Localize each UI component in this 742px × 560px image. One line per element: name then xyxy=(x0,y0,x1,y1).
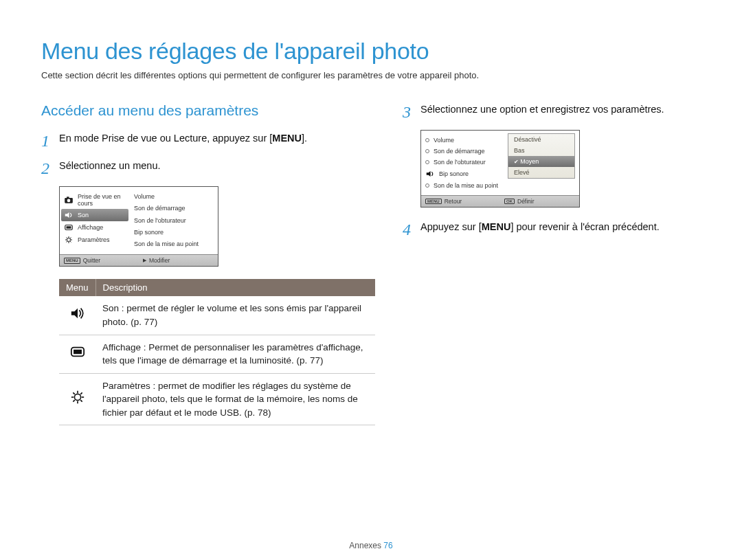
item-label: Son de l'obturateur xyxy=(434,159,486,166)
step4-pre: Appuyez sur [ xyxy=(420,221,482,232)
svg-marker-3 xyxy=(65,212,69,218)
bullet-icon xyxy=(425,138,429,142)
svg-marker-27 xyxy=(427,171,431,177)
table-row: Son : permet de régler le volume et les … xyxy=(59,296,375,335)
menu-item-settings: Paramètres xyxy=(60,234,130,246)
svg-line-13 xyxy=(67,241,68,243)
step-2: 2 Sélectionnez un menu. xyxy=(41,159,375,177)
svg-point-6 xyxy=(67,238,71,242)
step-text: En mode Prise de vue ou Lecture, appuyez… xyxy=(59,131,307,149)
menu-item-label: Son xyxy=(78,212,89,219)
step-number: 2 xyxy=(41,159,59,177)
sound-icon xyxy=(425,170,435,178)
submenu-item: Son de l'obturateur xyxy=(421,157,504,168)
step-number: 1 xyxy=(41,131,59,149)
gear-icon xyxy=(70,390,85,404)
camera-screen-2: Volume Son de démarrage Son de l'obturat… xyxy=(420,130,580,208)
bullet-icon xyxy=(425,183,429,188)
menu-key: MENU xyxy=(272,133,302,144)
options-popup: Désactivé Bas Moyen Elevé xyxy=(508,133,575,179)
footer-action-modify: Modifier xyxy=(149,257,170,264)
submenu-item: Son de la mise au point xyxy=(134,238,218,250)
svg-rect-5 xyxy=(67,226,71,229)
svg-line-26 xyxy=(80,393,82,395)
step-text: Sélectionnez une option et enregistrez v… xyxy=(420,102,664,120)
menu-item-label: Paramètres xyxy=(78,236,110,243)
menu-item-shooting: Prise de vue en cours xyxy=(60,191,130,209)
table-row: Affichage : Permet de personnaliser les … xyxy=(59,335,375,373)
menu-key: MENU xyxy=(482,221,511,232)
left-column: Accéder au menu des paramètres 1 En mode… xyxy=(41,102,375,425)
step-text: Sélectionnez un menu. xyxy=(59,159,161,177)
gear-icon xyxy=(64,236,74,244)
svg-line-12 xyxy=(70,241,71,243)
row-title: Affichage xyxy=(102,342,141,352)
content-columns: Accéder au menu des paramètres 1 En mode… xyxy=(41,102,701,425)
popup-option-selected: Moyen xyxy=(508,156,574,167)
svg-line-24 xyxy=(80,400,82,402)
lcd1-footer: MENUQuitter ▶Modifier xyxy=(60,254,218,266)
submenu-item: Volume xyxy=(134,191,218,203)
svg-rect-1 xyxy=(67,197,69,198)
col-description: Description xyxy=(95,279,375,296)
intro-text: Cette section décrit les différentes opt… xyxy=(41,70,701,80)
svg-marker-15 xyxy=(71,309,77,319)
lcd1-right-list: Volume Son de démarrage Son de l'obturat… xyxy=(130,187,218,254)
step-number: 4 xyxy=(403,220,420,238)
submenu-item: Son de l'obturateur xyxy=(134,215,218,227)
menu-item-sound: Son xyxy=(61,209,128,221)
menu-item-label: Affichage xyxy=(78,224,103,231)
svg-rect-17 xyxy=(74,350,82,354)
item-label: Son de démarrage xyxy=(434,148,485,155)
step-4: 4 Appuyez sur [MENU] pour revenir à l'éc… xyxy=(403,220,701,238)
submenu-item: Son de démarrage xyxy=(134,203,218,214)
submenu-item: Bip sonore xyxy=(421,168,504,180)
svg-line-23 xyxy=(73,393,75,395)
lcd1-left-menu: Prise de vue en cours Son Affichage Para… xyxy=(60,187,130,254)
footer-action-quit: Quitter xyxy=(83,257,101,264)
triangle-icon: ▶ xyxy=(143,258,146,263)
footer-label: Annexes xyxy=(349,541,381,550)
step1-pre: En mode Prise de vue ou Lecture, appuyez… xyxy=(59,133,272,144)
ok-badge: OK xyxy=(504,199,515,205)
display-icon xyxy=(64,223,74,232)
sound-icon xyxy=(64,211,74,219)
submenu-item: Bip sonore xyxy=(134,227,218,238)
step-3: 3 Sélectionnez une option et enregistrez… xyxy=(403,102,701,120)
step-1: 1 En mode Prise de vue ou Lecture, appuy… xyxy=(41,131,375,149)
menu-badge: MENU xyxy=(64,258,80,264)
svg-point-2 xyxy=(67,199,71,203)
submenu-item: Son de démarrage xyxy=(421,146,504,157)
section-heading: Accéder au menu des paramètres xyxy=(41,102,375,119)
item-label: Son de la mise au point xyxy=(434,182,498,189)
item-label: Volume xyxy=(434,137,454,144)
page-number: 76 xyxy=(383,541,392,550)
submenu-item: Volume xyxy=(421,135,504,146)
svg-line-14 xyxy=(70,238,71,239)
footer-action-back: Retour xyxy=(445,198,462,205)
page-footer: Annexes 76 xyxy=(0,541,742,550)
menu-item-label: Prise de vue en cours xyxy=(78,193,126,207)
page-title: Menu des réglages de l'appareil photo xyxy=(41,38,701,65)
lcd2-footer: MENURetour OKDéfinir xyxy=(421,195,579,207)
table-row: Paramètres : permet de modifier les régl… xyxy=(59,373,375,425)
submenu-item: Son de la mise au point xyxy=(421,180,504,191)
col-menu: Menu xyxy=(59,279,95,296)
display-icon xyxy=(70,345,85,359)
item-label: Bip sonore xyxy=(439,170,469,177)
menu-item-display: Affichage xyxy=(60,221,130,234)
menu-badge: MENU xyxy=(425,199,442,205)
row-title: Paramètres xyxy=(102,381,150,391)
popup-option: Désactivé xyxy=(508,134,574,145)
footer-action-set: Définir xyxy=(517,198,535,205)
step-number: 3 xyxy=(403,102,420,120)
camera-screen-1: Prise de vue en cours Son Affichage Para… xyxy=(59,186,218,267)
bullet-icon xyxy=(425,160,429,164)
popup-option: Bas xyxy=(508,145,574,156)
menu-description-table: Menu Description Son : permet de régler … xyxy=(59,279,375,425)
step-text: Appuyez sur [MENU] pour revenir à l'écra… xyxy=(420,220,660,238)
row-title: Son xyxy=(102,303,119,313)
row-text: : permet de régler le volume et les sons… xyxy=(102,303,361,327)
row-text: : Permet de personnaliser les paramètres… xyxy=(102,342,363,366)
bullet-icon xyxy=(425,149,429,153)
